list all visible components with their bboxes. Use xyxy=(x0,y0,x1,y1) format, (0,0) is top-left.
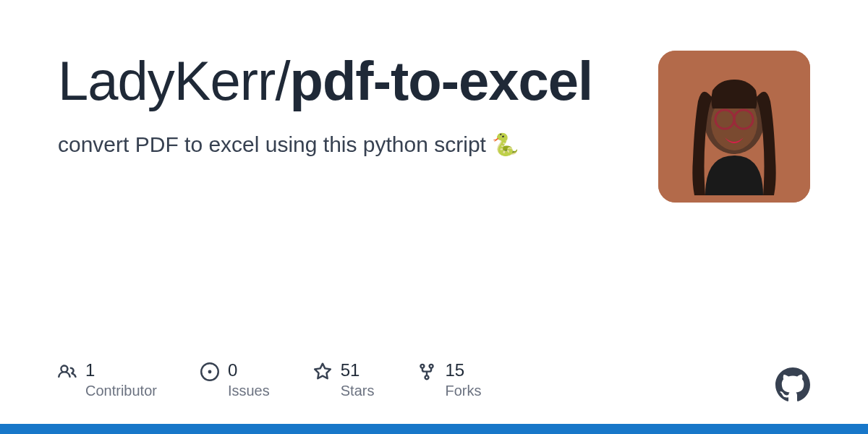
people-icon xyxy=(58,362,77,381)
issues-label: Issues xyxy=(228,383,270,399)
repo-stats: 1 Contributor 0 Issues 51 Stars 15 Forks xyxy=(58,361,481,399)
contributors-label: Contributor xyxy=(85,383,157,399)
repo-card: LadyKerr/pdf-to-excel convert PDF to exc… xyxy=(0,0,868,203)
repo-name: pdf-to-excel xyxy=(290,50,593,111)
avatar-image xyxy=(658,51,810,203)
stat-stars: 51 Stars xyxy=(313,361,375,399)
stat-text: 15 Forks xyxy=(445,361,481,399)
repo-owner: LadyKerr xyxy=(58,50,275,111)
repo-separator: / xyxy=(275,50,289,111)
avatar xyxy=(658,51,810,203)
stat-text: 51 Stars xyxy=(341,361,375,399)
issue-icon xyxy=(200,362,219,381)
repo-title: LadyKerr/pdf-to-excel xyxy=(58,51,608,111)
issues-value: 0 xyxy=(228,361,270,380)
fork-icon xyxy=(417,362,436,381)
repo-info: LadyKerr/pdf-to-excel convert PDF to exc… xyxy=(58,51,608,157)
stat-contributors: 1 Contributor xyxy=(58,361,157,399)
star-icon xyxy=(313,362,332,381)
stat-text: 1 Contributor xyxy=(85,361,157,399)
accent-bar xyxy=(0,424,868,434)
stat-text: 0 Issues xyxy=(228,361,270,399)
stat-forks: 15 Forks xyxy=(417,361,481,399)
contributors-value: 1 xyxy=(85,361,157,380)
stars-value: 51 xyxy=(341,361,375,380)
forks-label: Forks xyxy=(445,383,481,399)
repo-description: convert PDF to excel using this python s… xyxy=(58,132,608,157)
stat-issues: 0 Issues xyxy=(200,361,270,399)
forks-value: 15 xyxy=(445,361,481,380)
stars-label: Stars xyxy=(341,383,375,399)
github-logo-icon xyxy=(775,367,810,402)
